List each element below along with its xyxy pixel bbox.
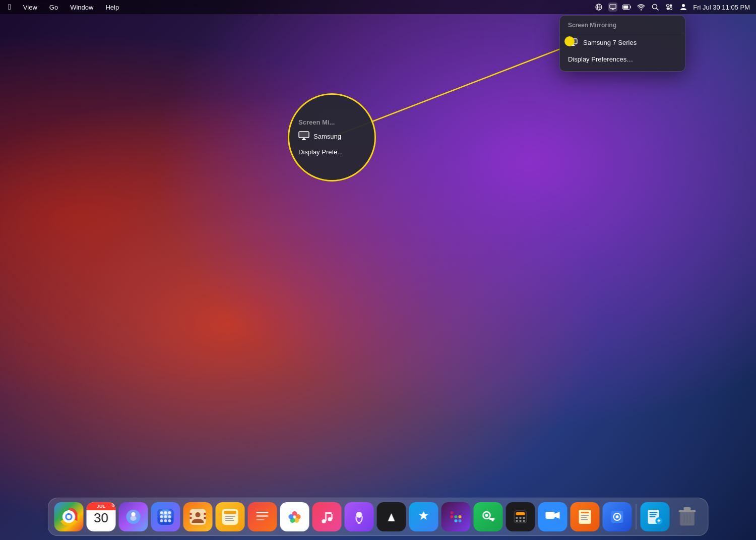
svg-point-11 — [667, 5, 669, 7]
svg-rect-59 — [326, 512, 332, 514]
dock-item-contacts[interactable] — [183, 502, 213, 531]
zoomed-menu-header: Screen Mi... — [294, 116, 369, 128]
dock-separator — [636, 504, 637, 529]
svg-point-25 — [131, 516, 137, 521]
svg-rect-103 — [684, 507, 691, 510]
menu-help[interactable]: Help — [103, 3, 121, 12]
svg-point-72 — [485, 514, 488, 517]
svg-rect-48 — [257, 512, 269, 513]
svg-rect-42 — [204, 517, 206, 519]
datetime-display: Fri Jul 30 11:05 PM — [693, 4, 750, 11]
notification-icon[interactable] — [679, 3, 688, 12]
svg-rect-77 — [516, 517, 518, 519]
svg-rect-88 — [581, 517, 587, 518]
dock-item-notes[interactable] — [216, 502, 245, 531]
samsung-device-row[interactable]: Samsung 7 Series — [560, 33, 685, 51]
svg-point-36 — [168, 519, 171, 522]
dock-item-trash[interactable] — [673, 502, 702, 531]
svg-point-30 — [168, 511, 171, 514]
svg-point-62 — [356, 512, 362, 518]
screen-mirroring-title: Screen Mirroring — [560, 20, 685, 33]
svg-point-26 — [132, 512, 136, 516]
svg-rect-65 — [451, 515, 454, 518]
svg-point-28 — [160, 511, 163, 514]
svg-rect-7 — [630, 6, 631, 8]
svg-rect-102 — [679, 510, 696, 512]
dock-item-reminders[interactable] — [248, 502, 277, 531]
display-preferences-item[interactable]: Display Preferences… — [560, 51, 685, 67]
menu-window[interactable]: Window — [68, 3, 95, 12]
dock-item-calculator[interactable] — [506, 502, 535, 531]
dock-item-appstore[interactable] — [409, 502, 438, 531]
menubar-right: Fri Jul 30 11:05 PM — [594, 3, 750, 12]
svg-marker-64 — [388, 513, 395, 521]
svg-rect-49 — [257, 515, 269, 517]
search-icon[interactable] — [651, 3, 660, 12]
dock-item-siri[interactable] — [119, 502, 148, 531]
wifi-icon[interactable] — [637, 3, 646, 12]
dock-item-music[interactable] — [312, 502, 342, 531]
svg-point-31 — [160, 515, 163, 518]
svg-rect-18 — [299, 132, 309, 138]
svg-rect-95 — [650, 514, 657, 515]
dock-item-zoom[interactable] — [538, 502, 568, 531]
dock-item-docfetcher[interactable] — [641, 502, 670, 531]
zoom-annotation-circle: Screen Mi... Samsung Display Prefe... — [288, 93, 376, 182]
screen-mirroring-icon[interactable] — [608, 3, 617, 12]
svg-rect-69 — [455, 515, 458, 518]
menu-view[interactable]: View — [21, 3, 39, 12]
yellow-dot-indicator — [564, 36, 575, 46]
svg-point-14 — [670, 8, 672, 10]
svg-point-34 — [160, 519, 163, 522]
svg-rect-50 — [257, 519, 265, 520]
svg-rect-68 — [459, 519, 462, 522]
dock-item-pages[interactable] — [571, 502, 600, 531]
control-center-icon[interactable] — [665, 3, 674, 12]
svg-point-32 — [164, 515, 167, 518]
samsung-device-label: Samsung 7 Series — [583, 39, 637, 46]
dock-item-preview[interactable] — [603, 502, 632, 531]
apple-menu[interactable]:  — [6, 2, 13, 13]
menubar-left:  View Go Window Help — [6, 2, 594, 13]
calendar-day: 30 — [94, 511, 108, 524]
dock-item-launchpad[interactable] — [151, 502, 180, 531]
dock-item-podcasts[interactable] — [345, 502, 374, 531]
menu-go[interactable]: Go — [47, 3, 60, 12]
battery-icon[interactable] — [622, 3, 632, 12]
zoomed-samsung-label: Samsung — [313, 133, 341, 140]
svg-rect-78 — [520, 517, 522, 519]
svg-point-13 — [667, 8, 669, 10]
svg-rect-4 — [610, 5, 616, 9]
menubar:  View Go Window Help — [0, 0, 756, 14]
svg-point-33 — [168, 515, 171, 518]
dock-item-gpg[interactable] — [474, 502, 503, 531]
svg-line-10 — [657, 9, 659, 11]
dock-item-slack[interactable] — [442, 502, 471, 531]
dock: JUL 30 3 — [48, 498, 709, 536]
dock-item-chrome[interactable] — [54, 502, 84, 531]
screen-mirroring-dropdown: Screen Mirroring Samsung 7 Series Displa… — [559, 15, 685, 72]
svg-point-23 — [67, 515, 71, 519]
svg-rect-8 — [623, 6, 628, 9]
svg-rect-79 — [523, 517, 525, 519]
svg-rect-40 — [190, 517, 192, 519]
svg-rect-81 — [520, 520, 522, 522]
svg-rect-44 — [224, 511, 236, 514]
dock-item-appletv[interactable] — [377, 502, 406, 531]
svg-marker-84 — [555, 512, 560, 519]
svg-rect-96 — [650, 516, 656, 517]
svg-rect-46 — [225, 518, 233, 519]
svg-rect-41 — [204, 513, 206, 515]
zoom-circle-content: Screen Mi... Samsung Display Prefe... — [289, 95, 374, 180]
zoomed-samsung-row: Samsung — [294, 128, 369, 145]
dock-item-calendar[interactable]: JUL 30 3 — [87, 502, 116, 531]
svg-rect-80 — [516, 520, 518, 522]
svg-rect-63 — [358, 522, 361, 524]
svg-rect-87 — [581, 515, 589, 516]
svg-rect-47 — [225, 520, 234, 521]
svg-rect-66 — [451, 511, 454, 514]
dock-item-photos[interactable] — [280, 502, 309, 531]
globe-icon[interactable] — [594, 3, 603, 12]
svg-rect-45 — [225, 516, 235, 517]
svg-point-29 — [164, 511, 167, 514]
